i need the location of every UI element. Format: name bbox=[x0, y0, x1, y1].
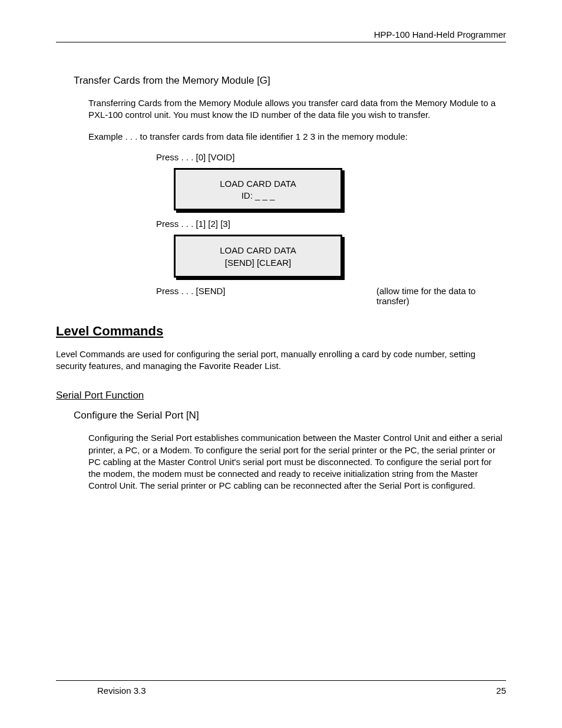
transfer-para-2: Example . . . to transfer cards from dat… bbox=[88, 131, 506, 143]
lcd-display-2: LOAD CARD DATA [SEND] [CLEAR] bbox=[174, 235, 342, 278]
heading-level-commands: Level Commands bbox=[56, 324, 506, 339]
press-step-1: Press . . . [0] [VOID] bbox=[156, 152, 506, 162]
level-commands-para: Level Commands are used for configuring … bbox=[56, 348, 506, 373]
page-container: HPP-100 Hand-Held Programmer Transfer Ca… bbox=[0, 0, 562, 728]
transfer-para-1: Transferring Cards from the Memory Modul… bbox=[88, 97, 506, 121]
page-footer: Revision 3.3 25 bbox=[56, 680, 506, 696]
section-title-configure-serial: Configure the Serial Port [N] bbox=[74, 410, 506, 421]
press-step-2: Press . . . [1] [2] [3] bbox=[156, 219, 506, 229]
footer-revision: Revision 3.3 bbox=[97, 686, 146, 696]
lcd1-line2: ID: _ _ _ bbox=[176, 190, 340, 202]
heading-serial-port-function: Serial Port Function bbox=[56, 390, 506, 401]
configure-serial-para: Configuring the Serial Port establishes … bbox=[88, 432, 506, 492]
lcd2-line2: [SEND] [CLEAR] bbox=[176, 257, 340, 269]
lcd-display-1: LOAD CARD DATA ID: _ _ _ bbox=[174, 168, 342, 211]
footer-page-number: 25 bbox=[496, 686, 506, 696]
lcd2-line1: LOAD CARD DATA bbox=[176, 245, 340, 256]
section-title-transfer: Transfer Cards from the Memory Module [G… bbox=[74, 75, 506, 87]
press-step-3-right: (allow time for the data to transfer) bbox=[376, 286, 506, 306]
page-header: HPP-100 Hand-Held Programmer bbox=[56, 29, 506, 42]
press-step-3-row: Press . . . [SEND] (allow time for the d… bbox=[156, 286, 506, 306]
lcd-display-1-wrap: LOAD CARD DATA ID: _ _ _ bbox=[174, 168, 506, 211]
lcd1-line1: LOAD CARD DATA bbox=[176, 178, 340, 190]
press-step-3-left: Press . . . [SEND] bbox=[156, 286, 226, 306]
header-title: HPP-100 Hand-Held Programmer bbox=[374, 29, 506, 39]
lcd-display-2-wrap: LOAD CARD DATA [SEND] [CLEAR] bbox=[174, 235, 506, 278]
